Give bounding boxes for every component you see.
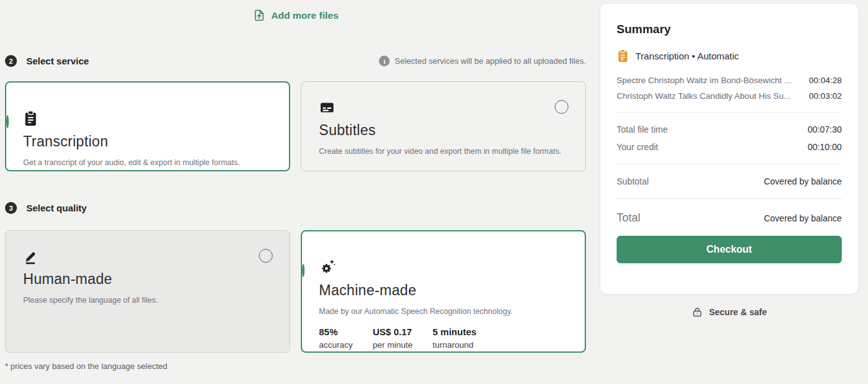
quality-card-machine-made[interactable]: Machine-made Made by our Automatic Speec… <box>301 230 586 353</box>
file-name: Spectre Christoph Waltz im Bond-Bösewich… <box>617 73 791 88</box>
clipboard-icon <box>23 109 272 127</box>
add-more-files-label: Add more files <box>271 10 339 21</box>
subtitles-title: Subtitles <box>319 122 568 139</box>
checkout-button[interactable]: Checkout <box>617 236 842 263</box>
divider <box>617 112 842 113</box>
human-made-radio-unselected[interactable] <box>259 249 273 263</box>
transcription-radio-selected[interactable] <box>6 115 9 128</box>
your-credit-value: 00:10:00 <box>808 138 842 156</box>
your-credit-label: Your credit <box>617 138 658 156</box>
machine-made-radio-selected[interactable] <box>302 264 305 277</box>
gear-sparkle-icon <box>319 258 568 276</box>
stat-turnaround: 5 minutes turnaround <box>433 326 477 350</box>
total-file-time-value: 00:07:30 <box>808 121 842 138</box>
divider <box>617 164 842 164</box>
stat-accuracy-label: accuracy <box>319 340 353 350</box>
total-row: Total Covered by balance <box>617 211 842 225</box>
subtitles-icon <box>319 98 568 116</box>
transcription-description: Get a transcript of your audio, edit & e… <box>23 158 272 167</box>
total-file-time-row: Total file time 00:07:30 <box>617 121 842 138</box>
stat-price: US$ 0.17 per minute <box>373 326 413 350</box>
file-row: Spectre Christoph Waltz im Bond-Bösewich… <box>617 73 842 88</box>
stat-accuracy: 85% accuracy <box>319 326 353 350</box>
stat-price-value: US$ 0.17 <box>373 326 413 337</box>
subtotal-label: Subtotal <box>617 173 648 190</box>
total-file-time-label: Total file time <box>617 121 668 138</box>
select-service-header: 2 Select service i Selected services wil… <box>5 55 586 67</box>
select-quality-header: 3 Select quality <box>5 202 586 214</box>
service-card-subtitles[interactable]: Subtitles Create subtitles for your vide… <box>301 81 586 171</box>
subtotal-row: Subtotal Covered by balance <box>617 173 842 190</box>
machine-made-stats: 85% accuracy US$ 0.17 per minute 5 minut… <box>319 326 568 350</box>
subtotal-value: Covered by balance <box>764 173 842 190</box>
clipboard-orange-icon <box>617 49 629 63</box>
machine-made-title: Machine-made <box>319 282 568 299</box>
total-value: Covered by balance <box>764 213 842 223</box>
summary-file-list: Spectre Christoph Waltz im Bond-Bösewich… <box>617 73 842 104</box>
service-note: i Selected services will be applied to a… <box>379 56 586 66</box>
file-name: Christoph Waltz Talks Candidly About His… <box>617 88 790 104</box>
file-duration: 00:03:02 <box>809 88 842 104</box>
summary-service-line: Transcription • Automatic <box>617 49 842 63</box>
subtitles-description: Create subtitles for your video and expo… <box>319 147 568 156</box>
divider <box>617 198 842 199</box>
quality-card-human-made[interactable]: Human-made Please specify the language o… <box>5 230 290 353</box>
stat-turnaround-label: turnaround <box>433 340 477 350</box>
add-file-icon <box>253 9 266 22</box>
total-label: Total <box>617 211 640 225</box>
file-row: Christoph Waltz Talks Candidly About His… <box>617 88 842 104</box>
info-icon: i <box>379 56 390 66</box>
stat-price-label: per minute <box>373 340 413 350</box>
price-footnote: * prices vary based on the language sele… <box>5 361 167 371</box>
select-service-title: Select service <box>26 56 89 66</box>
subtitles-radio-unselected[interactable] <box>555 100 568 114</box>
file-duration: 00:04:28 <box>809 73 842 88</box>
summary-service-text: Transcription • Automatic <box>635 51 739 61</box>
step-2-badge: 2 <box>5 55 17 67</box>
summary-panel: Summary Transcription • Automatic Spectr… <box>600 4 858 294</box>
pencil-icon <box>23 247 272 265</box>
machine-made-description: Made by our Automatic Speech Recognition… <box>319 307 568 316</box>
checkout-page: Add more files 2 Select service i Select… <box>0 0 868 384</box>
human-made-title: Human-made <box>23 271 272 288</box>
secure-safe-label: Secure & safe <box>709 307 767 317</box>
lock-icon <box>692 306 703 318</box>
secure-safe-note: Secure & safe <box>600 306 858 318</box>
transcription-title: Transcription <box>23 133 272 150</box>
service-card-transcription[interactable]: Transcription Get a transcript of your a… <box>5 81 290 171</box>
summary-title: Summary <box>617 23 842 36</box>
stat-turnaround-value: 5 minutes <box>433 326 477 337</box>
human-made-description: Please specify the language of all files… <box>23 296 272 305</box>
step-3-badge: 3 <box>5 202 17 214</box>
your-credit-row: Your credit 00:10:00 <box>617 138 842 156</box>
select-quality-title: Select quality <box>26 203 87 213</box>
service-note-text: Selected services will be applied to all… <box>395 56 586 66</box>
stat-accuracy-value: 85% <box>319 326 353 337</box>
add-more-files-link[interactable]: Add more files <box>5 9 586 22</box>
